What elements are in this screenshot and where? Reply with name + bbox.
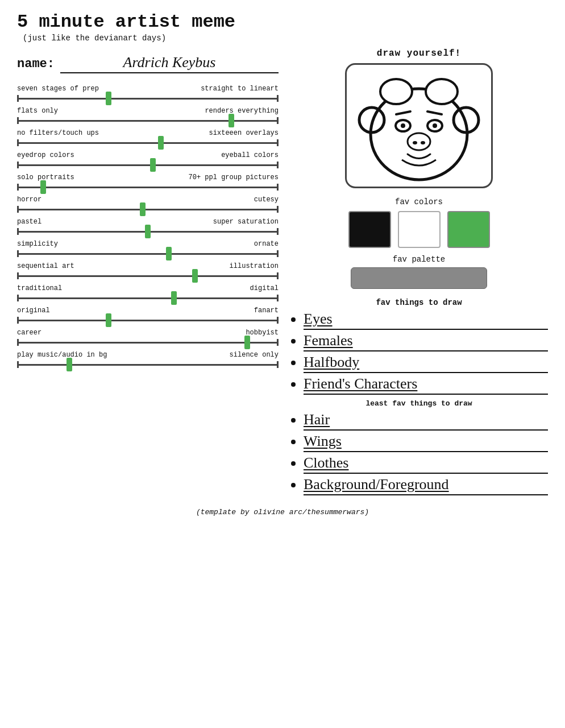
svg-point-11 <box>408 133 430 150</box>
slider-thumb[interactable] <box>229 114 234 127</box>
slider-thumb[interactable] <box>158 136 164 150</box>
track-right-cap <box>277 272 279 279</box>
slider-7: simplicityornate <box>17 240 279 258</box>
slider-label-left: traditional <box>17 284 62 292</box>
slider-track-8 <box>17 272 279 280</box>
right-column: draw yourself! <box>290 48 548 499</box>
least-fav-thing-0: Hair <box>304 411 548 431</box>
name-row: name: Ardrich Keybus <box>17 54 279 73</box>
slider-label-right: fanart <box>254 307 279 315</box>
slider-12: play music/audio in bgsilence only <box>17 351 279 369</box>
slider-track-0 <box>17 94 279 102</box>
fav-colors-label: fav colors <box>290 197 548 206</box>
track-line <box>17 253 279 255</box>
slider-thumb[interactable] <box>171 291 177 305</box>
track-line <box>17 275 279 277</box>
track-left-cap <box>17 95 19 102</box>
track-line <box>17 364 279 366</box>
slider-label-right: super saturation <box>213 218 279 226</box>
slider-label-left: original <box>17 307 50 315</box>
slider-label-left: sequential art <box>17 262 74 270</box>
track-right-cap <box>277 250 279 257</box>
track-line <box>17 320 279 321</box>
svg-line-5 <box>396 111 410 114</box>
slider-9: traditionaldigital <box>17 284 279 302</box>
slider-label-right: ornate <box>254 240 279 248</box>
track-line <box>17 297 279 299</box>
slider-thumb[interactable] <box>192 269 198 283</box>
slider-track-2 <box>17 139 279 147</box>
left-column: name: Ardrich Keybus seven stages of pre… <box>17 48 279 499</box>
draw-yourself-label: draw yourself! <box>290 48 548 59</box>
palette-bar <box>351 267 487 289</box>
track-left-cap <box>17 184 19 191</box>
slider-label-left: flats only <box>17 107 58 115</box>
slider-thumb[interactable] <box>106 92 111 105</box>
slider-label-right: eyeball colors <box>221 151 279 159</box>
fav-thing-0: Eyes <box>304 311 548 330</box>
slider-label-right: 70+ ppl group pictures <box>189 173 279 181</box>
slider-3: eyedrop colorseyeball colors <box>17 151 279 169</box>
slider-thumb[interactable] <box>150 158 156 172</box>
slider-label-left: eyedrop colors <box>17 151 74 159</box>
track-left-cap <box>17 295 19 301</box>
avatar-drawing <box>354 69 484 183</box>
slider-label-left: pastel <box>17 218 41 226</box>
fav-thing-1: Females <box>304 332 548 351</box>
slider-track-6 <box>17 228 279 235</box>
svg-point-10 <box>433 123 437 128</box>
slider-track-7 <box>17 250 279 258</box>
track-left-cap <box>17 162 19 168</box>
slider-5: horrorcutesy <box>17 196 279 213</box>
least-fav-thing-3: Background/Foreground <box>304 476 548 495</box>
svg-point-4 <box>426 79 458 104</box>
svg-point-13 <box>421 141 425 144</box>
slider-track-1 <box>17 117 279 125</box>
fav-things-list: EyesFemalesHalfbodyFriend's Characters <box>290 311 548 395</box>
fav-thing-3: Friend's Characters <box>304 375 548 395</box>
svg-point-8 <box>401 123 405 128</box>
slider-track-5 <box>17 205 279 213</box>
slider-thumb[interactable] <box>145 225 151 238</box>
slider-thumb[interactable] <box>166 247 172 260</box>
name-value: Ardrich Keybus <box>60 54 279 73</box>
track-left-cap <box>17 272 19 279</box>
slider-label-right: illustration <box>230 262 279 270</box>
slider-10: originalfanart <box>17 307 279 324</box>
slider-11: careerhobbyist <box>17 329 279 346</box>
slider-0: seven stages of prepstraight to lineart <box>17 85 279 102</box>
slider-label-right: hobbyist <box>246 329 279 337</box>
track-right-cap <box>277 95 279 102</box>
footer: (template by olivine arc/thesummerwars) <box>17 508 548 516</box>
slider-label-right: straight to lineart <box>201 85 279 93</box>
track-left-cap <box>17 339 19 346</box>
slider-track-3 <box>17 161 279 169</box>
slider-thumb[interactable] <box>140 202 146 216</box>
slider-thumb[interactable] <box>244 336 250 349</box>
slider-6: pastelsuper saturation <box>17 218 279 235</box>
least-fav-label: least fav things to draw <box>290 399 548 408</box>
track-right-cap <box>277 184 279 191</box>
fav-palette-label: fav palette <box>290 255 548 264</box>
color-swatches <box>290 211 548 248</box>
slider-label-left: seven stages of prep <box>17 85 99 93</box>
slider-track-9 <box>17 294 279 302</box>
svg-line-6 <box>427 111 442 114</box>
slider-label-right: cutesy <box>254 196 279 204</box>
track-right-cap <box>277 206 279 213</box>
slider-thumb[interactable] <box>40 180 46 194</box>
track-line <box>17 142 279 144</box>
svg-point-3 <box>380 79 412 104</box>
track-left-cap <box>17 117 19 124</box>
least-fav-thing-2: Clothes <box>304 454 548 474</box>
track-right-cap <box>277 361 279 368</box>
slider-thumb[interactable] <box>67 358 72 371</box>
slider-thumb[interactable] <box>106 313 111 327</box>
track-left-cap <box>17 317 19 324</box>
slider-track-11 <box>17 338 279 346</box>
fav-thing-2: Halfbody <box>304 354 548 373</box>
track-right-cap <box>277 139 279 146</box>
slider-label-right: digital <box>250 284 279 292</box>
color-swatch-1 <box>398 211 441 248</box>
slider-label-right: silence only <box>230 351 279 359</box>
